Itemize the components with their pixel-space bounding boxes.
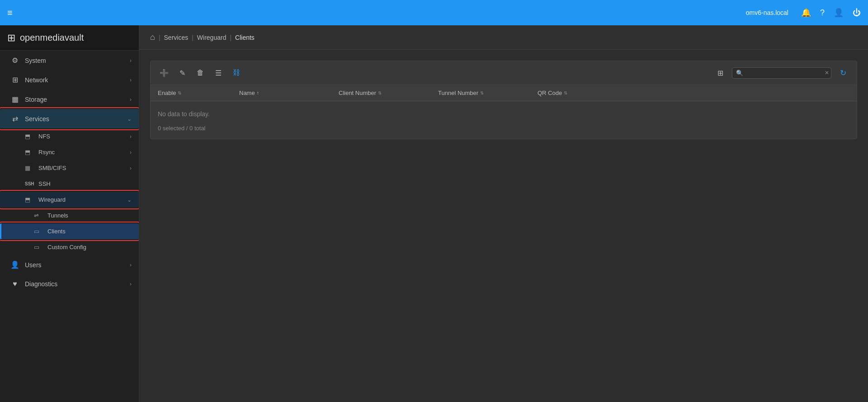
diagnostics-label: Diagnostics xyxy=(25,280,57,288)
col-qr-sort-icon: ⇅ xyxy=(564,90,567,95)
smb-chevron: › xyxy=(130,165,132,171)
search-input[interactable] xyxy=(746,70,822,76)
col-header-tunnel-number[interactable]: Tunnel Number ⇅ xyxy=(438,90,538,96)
col-header-client-number[interactable]: Client Number ⇅ xyxy=(339,90,438,96)
delete-button[interactable]: 🗑 xyxy=(192,65,208,81)
breadcrumb-sep-1: | xyxy=(159,34,160,41)
sidebar-subitem-nfs[interactable]: ⬒ NFS › xyxy=(0,128,139,144)
col-enable-sort-icon: ⇅ xyxy=(178,90,181,95)
col-header-qr-code[interactable]: QR Code ⇅ xyxy=(538,90,849,96)
users-icon: 👤 xyxy=(10,260,19,269)
clients-label: Clients xyxy=(47,228,66,235)
sidebar-item-network-inner: ⊞ Network xyxy=(10,76,48,84)
breadcrumb-home[interactable]: ⌂ xyxy=(150,33,155,42)
nfs-label: NFS xyxy=(38,133,50,140)
help-icon[interactable]: ? xyxy=(820,8,825,18)
hostname-label: omv6-nas.local xyxy=(746,9,788,16)
edit-button[interactable]: ✎ xyxy=(174,65,190,81)
rsync-label: Rsync xyxy=(38,149,55,156)
search-icon: 🔍 xyxy=(736,70,743,76)
refresh-button[interactable]: ↻ xyxy=(835,65,851,81)
table-body: No data to display. 0 selected / 0 total xyxy=(151,101,857,139)
topbar-right: omv6-nas.local 🔔 ? 👤 ⏻ xyxy=(746,8,861,18)
delete-icon: 🗑 xyxy=(197,69,204,77)
col-tunnel-label: Tunnel Number xyxy=(438,90,478,96)
menu-button[interactable]: ☰ xyxy=(210,65,226,81)
customconfig-icon: ▭ xyxy=(34,244,43,251)
sidebar-item-services[interactable]: ⇄ Services ⌄ xyxy=(0,109,139,128)
link-icon: ⛓ xyxy=(233,69,240,77)
rsync-chevron: › xyxy=(130,149,132,156)
wireguard-label: Wireguard xyxy=(38,196,66,203)
sidebar-subitem-smb[interactable]: ▦ SMB/CIFS › xyxy=(0,160,139,176)
sidebar-subitem-customconfig[interactable]: ▭ Custom Config xyxy=(0,239,139,255)
topbar: ≡ omv6-nas.local 🔔 ? 👤 ⏻ xyxy=(0,0,868,25)
sidebar-item-users-inner: 👤 Users xyxy=(10,260,42,269)
sidebar-item-storage-inner: ▦ Storage xyxy=(10,95,47,104)
storage-chevron: › xyxy=(130,96,132,103)
refresh-icon: ↻ xyxy=(840,68,846,78)
sidebar-subitem-ssh[interactable]: SSH SSH xyxy=(0,176,139,192)
diagnostics-chevron: › xyxy=(130,281,132,287)
services-chevron: ⌄ xyxy=(127,116,132,122)
smb-icon: ▦ xyxy=(25,165,34,171)
ssh-icon: SSH xyxy=(25,181,34,186)
col-header-enable[interactable]: Enable ⇅ xyxy=(158,90,239,96)
add-icon: ➕ xyxy=(160,69,169,77)
sidebar-item-system[interactable]: ⚙ System › xyxy=(0,51,139,70)
breadcrumb-clients: Clients xyxy=(235,34,255,41)
clients-icon: ▭ xyxy=(34,228,43,235)
sidebar-item-users[interactable]: 👤 Users › xyxy=(0,255,139,274)
customconfig-label: Custom Config xyxy=(47,244,86,251)
app-name: openmediavault xyxy=(20,33,84,43)
breadcrumb-sep-3: | xyxy=(230,34,231,41)
table-status: 0 selected / 0 total xyxy=(158,125,849,132)
table-panel: ➕ ✎ 🗑 ☰ ⛓ ⊞ xyxy=(150,61,857,139)
add-button[interactable]: ➕ xyxy=(156,65,172,81)
user-icon[interactable]: 👤 xyxy=(834,8,844,18)
col-name-sort-icon: ↑ xyxy=(257,90,259,95)
diagnostics-icon: ♥ xyxy=(10,280,19,288)
col-client-sort-icon: ⇅ xyxy=(378,90,382,95)
network-icon: ⊞ xyxy=(10,76,19,84)
breadcrumb-wireguard[interactable]: Wireguard xyxy=(197,34,226,41)
col-client-label: Client Number xyxy=(339,90,376,96)
breadcrumb-services[interactable]: Services xyxy=(164,34,189,41)
power-icon[interactable]: ⏻ xyxy=(853,8,861,18)
col-header-name[interactable]: Name ↑ xyxy=(239,90,339,96)
breadcrumb: ⌂ | Services | Wireguard | Clients xyxy=(139,25,868,50)
col-enable-label: Enable xyxy=(158,90,176,96)
smb-label: SMB/CIFS xyxy=(38,165,66,171)
tunnels-label: Tunnels xyxy=(47,212,68,219)
system-icon: ⚙ xyxy=(10,56,19,65)
network-label: Network xyxy=(25,76,48,84)
search-wrapper: 🔍 ✕ xyxy=(732,67,831,79)
sidebar-subitem-clients[interactable]: ▭ Clients xyxy=(0,223,139,239)
link-button[interactable]: ⛓ xyxy=(228,65,245,81)
table-toolbar: ➕ ✎ 🗑 ☰ ⛓ ⊞ xyxy=(151,61,857,85)
users-chevron: › xyxy=(130,262,132,268)
storage-icon: ▦ xyxy=(10,95,19,104)
col-qr-label: QR Code xyxy=(538,90,562,96)
edit-icon: ✎ xyxy=(179,69,185,77)
tunnels-icon: ⇌ xyxy=(34,212,43,219)
breadcrumb-sep-2: | xyxy=(192,34,193,41)
content-area: ⌂ | Services | Wireguard | Clients ➕ ✎ xyxy=(139,25,868,402)
sidebar-subitem-wireguard[interactable]: ⬒ Wireguard ⌄ xyxy=(0,192,139,208)
hamburger-icon[interactable]: ≡ xyxy=(7,8,13,18)
nfs-chevron: › xyxy=(130,133,132,140)
search-clear-icon[interactable]: ✕ xyxy=(825,70,829,76)
sidebar-subitem-tunnels[interactable]: ⇌ Tunnels xyxy=(0,208,139,223)
grid-icon: ⊞ xyxy=(717,69,723,77)
notifications-icon[interactable]: 🔔 xyxy=(801,8,811,18)
sidebar-item-diagnostics[interactable]: ♥ Diagnostics › xyxy=(0,274,139,293)
sidebar-item-storage[interactable]: ▦ Storage › xyxy=(0,90,139,109)
sidebar-item-network[interactable]: ⊞ Network › xyxy=(0,70,139,90)
grid-toggle-button[interactable]: ⊞ xyxy=(712,65,728,81)
ssh-label: SSH xyxy=(38,180,51,187)
logo-area: ⊞ openmediavault xyxy=(0,25,139,51)
toolbar-left: ➕ ✎ 🗑 ☰ ⛓ xyxy=(156,65,245,81)
services-icon: ⇄ xyxy=(10,114,19,123)
sidebar-subitem-rsync[interactable]: ⬒ Rsync › xyxy=(0,144,139,160)
nfs-icon: ⬒ xyxy=(25,133,34,140)
